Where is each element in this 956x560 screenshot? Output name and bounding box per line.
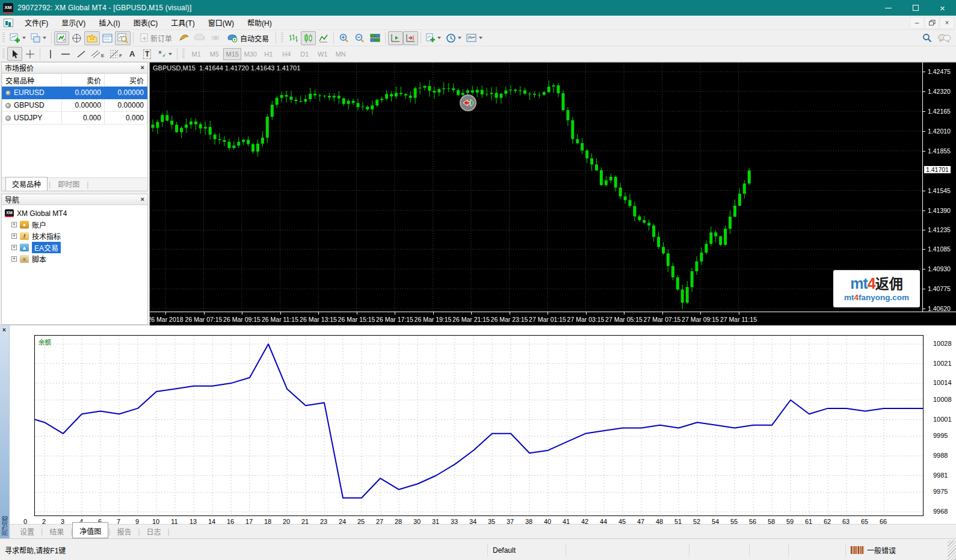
price-axis-label: 1.41235 xyxy=(928,226,951,233)
mdi-close-button[interactable]: × xyxy=(940,17,954,29)
chat-button[interactable] xyxy=(192,31,208,45)
market-watch-table: 交易品种 卖价 买价 EURUSD 0.00000 0.00000 GBPUSD… xyxy=(2,73,147,125)
time-axis[interactable]: 26 Mar 201826 Mar 07:1526 Mar 09:1526 Ma… xyxy=(150,312,956,325)
market-watch-close-icon[interactable]: × xyxy=(141,64,144,71)
column-symbol[interactable]: 交易品种 xyxy=(2,74,62,87)
chart-window-icon[interactable] xyxy=(4,19,13,27)
profiles-button[interactable] xyxy=(28,31,49,45)
autotrading-button[interactable]: 自动交易 xyxy=(223,31,273,45)
tab-symbols[interactable]: 交易品种 xyxy=(5,177,48,191)
timeframe-w1-button[interactable]: W1 xyxy=(313,48,332,60)
menu-charts[interactable]: 图表(C) xyxy=(127,16,165,29)
column-bid[interactable]: 卖价 xyxy=(61,74,104,87)
tree-root[interactable]: XM XM Global MT4 xyxy=(5,208,147,219)
zoom-in-button[interactable] xyxy=(336,31,352,45)
bar-chart-button[interactable] xyxy=(286,31,301,45)
cursor-tool-button[interactable] xyxy=(7,47,22,61)
alerts-button[interactable] xyxy=(208,31,223,45)
horizontal-line-tool-button[interactable] xyxy=(58,47,73,61)
timeframe-mn-button[interactable]: MN xyxy=(332,48,350,60)
equity-chart[interactable]: 余额 xyxy=(34,335,924,516)
templates-button[interactable] xyxy=(464,31,485,45)
table-row[interactable]: GBPUSD 0.00000 0.00000 xyxy=(2,99,147,112)
status-connection[interactable]: 一般错误 xyxy=(845,544,948,557)
resize-grip[interactable] xyxy=(948,540,956,560)
crosshair-tool-button[interactable] xyxy=(22,47,37,61)
expand-icon[interactable]: + xyxy=(11,245,17,250)
tab-settings[interactable]: 设置 xyxy=(13,525,41,538)
toolbar-grip[interactable] xyxy=(2,49,5,60)
table-row[interactable]: USDJPY 0.000 0.000 xyxy=(2,112,147,125)
tile-windows-button[interactable] xyxy=(368,31,383,45)
navigator-button[interactable] xyxy=(84,31,100,45)
terminal-button[interactable] xyxy=(100,31,115,45)
tester-side-strip[interactable]: × 测试器 xyxy=(0,325,10,538)
menu-window[interactable]: 窗口(W) xyxy=(202,16,241,29)
menu-view[interactable]: 显示(V) xyxy=(55,16,92,29)
expand-icon[interactable]: + xyxy=(11,233,17,239)
chart-shift-button[interactable] xyxy=(403,31,418,45)
expand-icon[interactable]: + xyxy=(11,256,17,262)
status-profile[interactable]: Default xyxy=(487,544,566,557)
tab-results[interactable]: 结果 xyxy=(43,525,70,538)
tree-item-indicators[interactable]: + f 技术指标 xyxy=(5,230,147,242)
tree-item-expert-advisors[interactable]: + ▲ EA交易 xyxy=(5,242,147,253)
text-label-tool-button[interactable]: T xyxy=(140,47,155,61)
text-tool-button[interactable]: A xyxy=(125,47,140,61)
trendline-tool-button[interactable] xyxy=(73,47,88,61)
candlestick-chart-button[interactable] xyxy=(301,31,316,45)
mdi-minimize-button[interactable]: – xyxy=(910,17,924,29)
mdi-restore-button[interactable] xyxy=(925,17,939,29)
toolbar-grip[interactable] xyxy=(2,32,5,43)
arrows-tool-button[interactable] xyxy=(155,47,174,61)
close-button[interactable]: × xyxy=(929,0,956,16)
price-axis[interactable]: 1.424751.423201.421651.420101.418551.415… xyxy=(922,63,956,312)
periods-button[interactable] xyxy=(443,31,464,45)
toolbar-grip[interactable] xyxy=(182,49,185,60)
tab-equity-graph[interactable]: 净值图 xyxy=(72,522,108,538)
toolbar-grip[interactable] xyxy=(281,32,283,43)
search-icon[interactable] xyxy=(922,33,932,43)
table-row[interactable]: EURUSD 0.00000 0.00000 xyxy=(2,87,147,99)
line-chart-button[interactable] xyxy=(316,31,331,45)
auto-scroll-button[interactable] xyxy=(388,31,403,45)
fibonacci-tool-button[interactable]: F xyxy=(106,47,125,61)
minimize-button[interactable] xyxy=(875,0,902,16)
tree-item-scripts[interactable]: + ≡ 脚本 xyxy=(5,253,147,265)
column-ask[interactable]: 买价 xyxy=(104,74,147,87)
tree-item-accounts[interactable]: + ● 账户 xyxy=(5,219,147,230)
equidistant-channel-tool-button[interactable]: E xyxy=(88,47,106,61)
menu-file[interactable]: 文件(F) xyxy=(18,16,55,29)
timeframe-m30-button[interactable]: M30 xyxy=(241,48,259,60)
menu-help[interactable]: 帮助(H) xyxy=(241,16,279,29)
menu-insert[interactable]: 插入(I) xyxy=(92,16,126,29)
timeframe-d1-button[interactable]: D1 xyxy=(295,48,313,60)
zoom-out-button[interactable] xyxy=(352,31,368,45)
metaeditor-button[interactable] xyxy=(176,31,192,45)
vertical-line-tool-button[interactable] xyxy=(43,47,58,61)
indicators-button[interactable] xyxy=(424,31,443,45)
timeframe-m5-button[interactable]: M5 xyxy=(205,48,223,60)
tab-tick-chart[interactable]: 即时图 xyxy=(52,177,85,191)
community-chat-icon[interactable] xyxy=(938,34,951,43)
tab-journal[interactable]: 日志 xyxy=(140,525,168,538)
strategy-tester-button[interactable] xyxy=(115,31,131,45)
timeframe-h4-button[interactable]: H4 xyxy=(277,48,295,60)
menu-tools[interactable]: 工具(T) xyxy=(164,16,201,29)
expand-icon[interactable]: + xyxy=(11,222,17,227)
candlestick-chart[interactable]: GBPUSD,M15 1.41644 1.41720 1.41643 1.417… xyxy=(150,63,922,312)
maximize-button[interactable] xyxy=(902,0,929,16)
new-chart-button[interactable] xyxy=(7,31,28,45)
timeframe-m15-button[interactable]: M15 xyxy=(223,48,241,60)
new-order-button[interactable]: 新订单 xyxy=(136,31,176,45)
market-watch-button[interactable] xyxy=(54,31,69,45)
chart-window[interactable]: GBPUSD,M15 1.41644 1.41720 1.41643 1.417… xyxy=(149,62,956,325)
data-window-button[interactable] xyxy=(69,31,84,45)
navigator-close-icon[interactable]: × xyxy=(141,196,144,203)
timeframe-m1-button[interactable]: M1 xyxy=(187,48,205,60)
tester-close-icon[interactable]: × xyxy=(2,327,6,333)
zoom-out-icon xyxy=(354,33,365,43)
timeframe-h1-button[interactable]: H1 xyxy=(259,48,277,60)
tab-report[interactable]: 报告 xyxy=(110,525,138,538)
left-sidebar: 市场报价 × 交易品种 卖价 买价 EURUSD 0.00000 0.00000… xyxy=(0,62,149,325)
